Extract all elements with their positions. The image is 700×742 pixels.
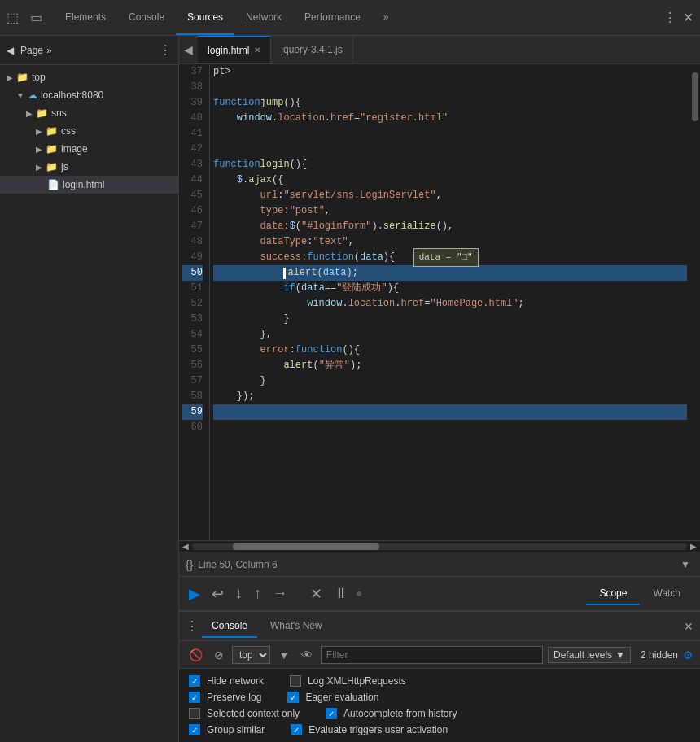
tab-more[interactable]: » [372, 0, 400, 35]
options-row-3: Selected context only ✓ Autocomplete fro… [189, 708, 690, 719]
context-dropdown-icon[interactable]: ▼ [275, 647, 293, 663]
resume-btn[interactable]: ▶ [186, 582, 203, 606]
option-group-similar[interactable]: ✓ Group similar [189, 724, 265, 735]
tree-item-js[interactable]: ▶ 📁 js [0, 158, 178, 176]
option-label-log-xmlhttp: Log XMLHttpRequests [308, 675, 406, 687]
code-line-59 [213, 404, 687, 420]
options-row-2: ✓ Preserve log ✓ Eager evaluation [189, 692, 690, 703]
debug-tabs: Scope Watch [586, 583, 693, 605]
tree-item-sns[interactable]: ▶ 📁 sns [0, 104, 178, 122]
filter-input[interactable] [321, 646, 543, 664]
arrow-icon: ▶ [26, 109, 33, 118]
hidden-count: 2 hidden [641, 649, 678, 661]
pause-btn[interactable]: ⏸ [330, 582, 352, 605]
code-line-55: error:function(){ [213, 343, 687, 358]
checkbox-group-similar[interactable]: ✓ [189, 724, 200, 735]
option-label-selected-context: Selected context only [207, 708, 300, 719]
sidebar-dots-icon[interactable]: ⋮ [159, 42, 172, 58]
option-preserve-log[interactable]: ✓ Preserve log [189, 692, 261, 703]
checkbox-selected-context[interactable] [189, 708, 200, 719]
debug-tab-watch[interactable]: Watch [640, 583, 693, 605]
scrollbar-thumb[interactable] [233, 543, 379, 550]
console-options: ✓ Hide network Log XMLHttpRequests ✓ Pre… [179, 669, 700, 742]
sidebar-more-icon[interactable]: » [46, 45, 52, 56]
file-tree: ▶ 📁 top ▼ ☁ localhost:8080 ▶ 📁 sns ▶ [0, 65, 178, 742]
tab-sources[interactable]: Sources [176, 0, 234, 35]
step-btn[interactable]: → [269, 582, 291, 605]
clear-console-icon[interactable]: 🚫 [186, 647, 206, 663]
levels-chevron-icon: ▼ [615, 649, 625, 661]
step-into-btn[interactable]: ↓ [232, 582, 246, 605]
line-numbers: 3738394041 4243444546 474849 50 51525354… [179, 64, 210, 540]
device-icon[interactable]: ▭ [27, 7, 46, 28]
console-tab-console[interactable]: Console [202, 615, 257, 638]
tab-elements[interactable]: Elements [54, 0, 117, 35]
code-line-51: if(data=="登陆成功"){ [213, 281, 687, 296]
code-lines[interactable]: pt> function jump(){ window.location.hre… [210, 64, 690, 540]
close-devtools-icon[interactable]: ✕ [680, 7, 697, 28]
deactivate-breakpoints-btn[interactable]: ✕ [307, 582, 326, 606]
close-tab-login[interactable]: ✕ [254, 46, 260, 55]
code-line-56: alert("异常"); [213, 358, 687, 373]
code-line-43: function login(){ [213, 157, 687, 172]
tree-item-top[interactable]: ▶ 📁 top [0, 68, 178, 86]
option-eager-eval[interactable]: ✓ Eager evaluation [287, 692, 378, 703]
tree-item-css[interactable]: ▶ 📁 css [0, 122, 178, 140]
checkbox-preserve-log[interactable]: ✓ [189, 692, 200, 703]
nav-back-icon[interactable]: ◀ [7, 45, 14, 56]
tab-console[interactable]: Console [117, 0, 176, 35]
code-line-58: }); [213, 389, 687, 404]
checkbox-hide-network[interactable]: ✓ [189, 675, 200, 687]
tree-label-sns: sns [51, 107, 67, 119]
eye-icon[interactable]: 👁 [298, 647, 316, 663]
status-dropdown-icon[interactable]: ▼ [677, 557, 693, 572]
checkbox-eval-triggers[interactable]: ✓ [291, 724, 302, 735]
console-filter-icon[interactable]: ⊘ [211, 647, 227, 663]
editor-tab-jquery[interactable]: jquery-3.4.1.js [271, 36, 352, 63]
close-console-icon[interactable]: ✕ [684, 620, 693, 633]
scrollbar-track [192, 543, 687, 550]
option-eval-triggers[interactable]: ✓ Evaluate triggers user activation [291, 724, 448, 735]
option-hide-network[interactable]: ✓ Hide network [189, 675, 264, 687]
tab-performance[interactable]: Performance [293, 0, 372, 35]
console-tab-whatsnew[interactable]: What's New [260, 615, 332, 638]
nav-prev-icon[interactable]: ◀ [179, 40, 198, 59]
v-scrollbar[interactable] [690, 64, 700, 540]
option-label-preserve-log: Preserve log [207, 692, 261, 703]
option-log-xmlhttp[interactable]: Log XMLHttpRequests [290, 675, 406, 687]
tree-item-localhost[interactable]: ▼ ☁ localhost:8080 [0, 86, 178, 104]
scroll-right-icon[interactable]: ▶ [690, 542, 697, 551]
debug-tab-scope[interactable]: Scope [586, 583, 640, 605]
editor-tabs: ◀ login.html ✕ jquery-3.4.1.js [179, 36, 700, 64]
code-content: 3738394041 4243444546 474849 50 51525354… [179, 64, 700, 540]
console-dots-icon[interactable]: ⋮ [186, 618, 199, 634]
option-label-hide-network: Hide network [207, 675, 264, 687]
devtools-tabs: Elements Console Sources Network Perform… [54, 0, 400, 35]
code-line-44: $.ajax({ [213, 172, 687, 188]
scroll-left-icon[interactable]: ◀ [182, 542, 189, 551]
v-scroll-thumb[interactable] [692, 72, 698, 121]
tree-item-login-html[interactable]: 📄 login.html [0, 176, 178, 194]
status-bar: {} Line 50, Column 6 ▼ [179, 552, 700, 576]
tab-label-jquery: jquery-3.4.1.js [281, 44, 342, 55]
checkbox-log-xmlhttp[interactable] [290, 675, 301, 687]
checkbox-autocomplete-history[interactable]: ✓ [326, 708, 337, 719]
checkbox-eager-eval[interactable]: ✓ [287, 692, 299, 703]
settings-icon[interactable]: ⚙ [683, 648, 693, 661]
code-line-54: }, [213, 327, 687, 343]
format-icon[interactable]: {} [186, 558, 193, 571]
horizontal-scrollbar[interactable]: ◀ ▶ [179, 540, 700, 552]
step-out-btn[interactable]: ↑ [251, 582, 265, 605]
tree-item-image[interactable]: ▶ 📁 image [0, 140, 178, 158]
option-autocomplete-history[interactable]: ✓ Autocomplete from history [326, 708, 457, 719]
option-selected-context[interactable]: Selected context only [189, 708, 300, 719]
inspect-icon[interactable]: ⬚ [3, 7, 22, 28]
context-selector[interactable]: top [232, 646, 270, 664]
code-line-40: window.location.href="register.html" [213, 111, 687, 126]
more-options-icon[interactable]: ⋮ [660, 7, 680, 28]
editor-tab-login-html[interactable]: login.html ✕ [198, 36, 271, 63]
levels-dropdown[interactable]: Default levels ▼ [548, 647, 631, 663]
folder-icon: 📁 [46, 143, 58, 155]
tab-network[interactable]: Network [234, 0, 293, 35]
step-over-btn[interactable]: ↩ [208, 582, 227, 606]
